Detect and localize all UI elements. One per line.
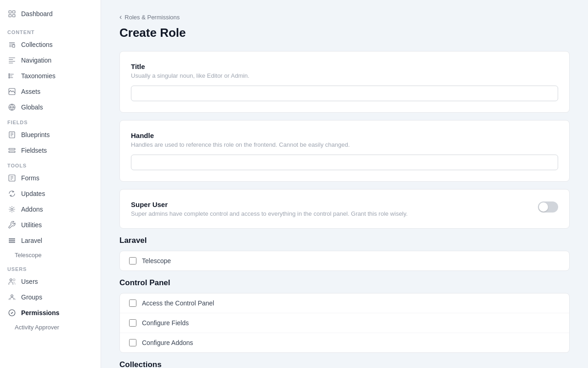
sidebar-item-fieldsets[interactable]: Fieldsets xyxy=(0,143,101,158)
collections-label: Collections xyxy=(21,41,52,48)
main-content: ‹ Roles & Permissions Create Role Title … xyxy=(101,0,588,368)
collections-section-title: Collections xyxy=(119,360,570,368)
handle-field-desc: Handles are used to reference this role … xyxy=(131,141,558,148)
configure-fields-row[interactable]: Configure Fields xyxy=(120,313,569,333)
svg-rect-3 xyxy=(13,15,15,17)
super-user-label: Super User xyxy=(131,201,407,208)
globals-icon xyxy=(7,103,17,112)
svg-rect-1 xyxy=(13,11,15,13)
sidebar-item-permissions[interactable]: Permissions xyxy=(0,305,101,321)
sidebar-item-navigation[interactable]: Navigation xyxy=(0,52,101,68)
telescope-row[interactable]: Telescope xyxy=(120,251,569,270)
breadcrumb-arrow: ‹ xyxy=(119,13,122,21)
addons-icon xyxy=(7,205,17,214)
access-control-panel-label: Access the Control Panel xyxy=(142,299,214,307)
handle-field-card: Handle Handles are used to reference thi… xyxy=(119,120,570,182)
title-field-label: Title xyxy=(131,63,558,70)
sidebar-item-activity-approver[interactable]: Activity Approver xyxy=(0,321,101,334)
configure-fields-label: Configure Fields xyxy=(142,319,189,327)
sidebar-item-blueprints[interactable]: Blueprints xyxy=(0,127,101,143)
title-field-card: Title Usually a singular noun, like Edit… xyxy=(119,51,570,113)
svg-point-16 xyxy=(13,279,15,281)
svg-point-15 xyxy=(10,279,12,281)
super-user-desc: Super admins have complete control and a… xyxy=(131,210,407,217)
sidebar-item-utilities[interactable]: Utilities xyxy=(0,217,101,233)
breadcrumb-parent: Roles & Permissions xyxy=(124,14,180,21)
breadcrumb[interactable]: ‹ Roles & Permissions xyxy=(119,13,570,21)
laravel-section-title: Laravel xyxy=(119,236,570,245)
control-panel-checkbox-card: Access the Control Panel Configure Field… xyxy=(119,293,570,353)
page-title: Create Role xyxy=(119,26,570,40)
tools-section-label: TOOLS xyxy=(0,158,101,170)
forms-icon xyxy=(7,173,17,183)
updates-label: Updates xyxy=(21,190,45,197)
svg-point-7 xyxy=(9,77,10,78)
forms-label: Forms xyxy=(21,174,40,182)
sidebar-item-addons[interactable]: Addons xyxy=(0,201,101,217)
telescope-checkbox[interactable] xyxy=(129,257,136,264)
sidebar-item-groups[interactable]: Groups xyxy=(0,289,101,305)
title-input[interactable] xyxy=(131,86,558,101)
updates-icon xyxy=(7,189,17,198)
sidebar: Dashboard CONTENT Collections Navigation… xyxy=(0,0,101,368)
permissions-label: Permissions xyxy=(21,309,59,316)
activity-approver-label: Activity Approver xyxy=(15,324,59,331)
blueprints-label: Blueprints xyxy=(21,131,50,138)
globals-label: Globals xyxy=(21,104,43,111)
configure-fields-checkbox[interactable] xyxy=(129,319,136,327)
assets-icon xyxy=(7,87,17,96)
fieldsets-label: Fieldsets xyxy=(21,147,47,154)
users-section-label: USERS xyxy=(0,262,101,274)
sidebar-item-dashboard[interactable]: Dashboard xyxy=(0,6,101,25)
sidebar-item-updates[interactable]: Updates xyxy=(0,186,101,201)
svg-point-17 xyxy=(11,295,13,297)
configure-addons-label: Configure Addons xyxy=(142,339,193,346)
users-icon xyxy=(7,277,17,286)
super-user-toggle[interactable] xyxy=(538,201,558,213)
laravel-checkbox-card: Telescope xyxy=(119,251,570,271)
sidebar-item-assets[interactable]: Assets xyxy=(0,84,101,99)
svg-rect-10 xyxy=(9,132,15,138)
svg-point-6 xyxy=(9,75,10,76)
sidebar-item-globals[interactable]: Globals xyxy=(0,99,101,115)
svg-point-14 xyxy=(11,208,13,211)
svg-point-5 xyxy=(9,74,10,75)
svg-rect-11 xyxy=(9,149,15,150)
configure-addons-row[interactable]: Configure Addons xyxy=(120,333,569,352)
control-panel-section-title: Control Panel xyxy=(119,278,570,288)
svg-rect-4 xyxy=(13,45,15,47)
sidebar-item-users[interactable]: Users xyxy=(0,274,101,289)
handle-input[interactable] xyxy=(131,155,558,170)
telescope-checkbox-label: Telescope xyxy=(142,257,171,264)
laravel-label: Laravel xyxy=(21,237,42,244)
navigation-icon xyxy=(7,56,17,65)
sidebar-item-laravel[interactable]: Laravel xyxy=(0,233,101,248)
sidebar-item-collections[interactable]: Collections xyxy=(0,37,101,52)
assets-label: Assets xyxy=(21,88,40,95)
fields-section-label: FIELDS xyxy=(0,115,101,127)
users-label: Users xyxy=(21,278,38,285)
dashboard-icon xyxy=(7,9,17,18)
utilities-label: Utilities xyxy=(21,221,42,229)
laravel-icon xyxy=(7,236,17,245)
handle-field-label: Handle xyxy=(131,132,558,139)
configure-addons-checkbox[interactable] xyxy=(129,339,136,346)
svg-rect-2 xyxy=(9,15,11,17)
addons-label: Addons xyxy=(21,206,43,213)
taxonomies-label: Taxonomies xyxy=(21,72,56,80)
sidebar-item-taxonomies[interactable]: Taxonomies xyxy=(0,68,101,84)
blueprints-icon xyxy=(7,130,17,139)
super-user-card: Super User Super admins have complete co… xyxy=(119,189,570,229)
collections-icon xyxy=(7,40,17,49)
svg-rect-0 xyxy=(9,11,11,13)
groups-icon xyxy=(7,293,17,302)
groups-label: Groups xyxy=(21,293,42,301)
title-field-desc: Usually a singular noun, like Editor or … xyxy=(131,72,558,79)
taxonomies-icon xyxy=(7,71,17,80)
sidebar-item-telescope[interactable]: Telescope xyxy=(0,248,101,262)
access-control-panel-checkbox[interactable] xyxy=(129,299,136,307)
sidebar-item-forms[interactable]: Forms xyxy=(0,170,101,186)
dashboard-label: Dashboard xyxy=(21,10,53,17)
navigation-label: Navigation xyxy=(21,57,51,64)
access-control-panel-row[interactable]: Access the Control Panel xyxy=(120,293,569,313)
